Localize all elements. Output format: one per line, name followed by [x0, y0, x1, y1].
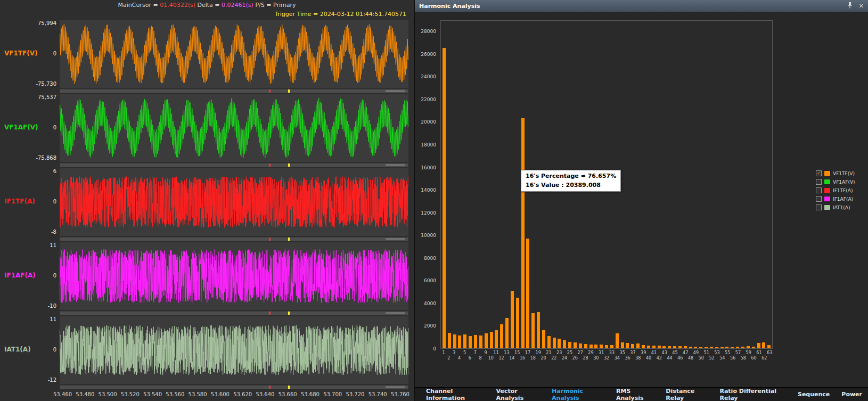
harmonic-bar[interactable]	[547, 336, 551, 348]
harmonic-bar[interactable]	[767, 345, 771, 348]
scrollbar-thumb[interactable]	[386, 238, 405, 240]
harmonic-bar[interactable]	[642, 345, 645, 348]
channel-scrollbar[interactable]	[60, 311, 408, 315]
harmonic-bar[interactable]	[458, 335, 461, 348]
harmonic-bar[interactable]	[579, 343, 582, 348]
legend-checkbox[interactable]	[816, 196, 822, 202]
harmonic-bar[interactable]	[563, 340, 566, 348]
harmonic-bar[interactable]	[705, 347, 708, 348]
harmonic-bar[interactable]	[542, 330, 545, 348]
harmonic-bar[interactable]	[490, 332, 493, 348]
tab-vector-analysis[interactable]: Vector Analysis	[490, 388, 546, 401]
panel-titlebar[interactable]: Harmonic Analysis ✕	[415, 0, 868, 12]
tab-distance-relay[interactable]: Distance Relay	[660, 388, 714, 401]
tab-harmonic-analysis[interactable]: Harmonic Analysis	[546, 388, 610, 401]
harmonic-bar[interactable]	[636, 343, 640, 348]
harmonic-bar[interactable]	[762, 342, 765, 348]
harmonic-bar[interactable]	[731, 347, 734, 348]
tab-channel-information[interactable]: Channel Information	[420, 388, 490, 401]
harmonic-bar[interactable]	[568, 342, 571, 348]
harmonic-bar[interactable]	[647, 346, 650, 349]
channel-scrollbar[interactable]	[60, 385, 408, 389]
legend-checkbox[interactable]	[816, 179, 822, 185]
cursor-marker-yellow[interactable]	[288, 163, 290, 167]
harmonic-bar[interactable]	[631, 344, 634, 348]
harmonic-bar[interactable]	[474, 335, 477, 348]
legend-checkbox[interactable]	[816, 187, 822, 193]
tab-rms-analysis[interactable]: RMS Analysis	[610, 388, 660, 401]
waveform-plot[interactable]	[60, 20, 408, 88]
harmonic-bar[interactable]	[500, 324, 503, 348]
harmonic-bar[interactable]	[736, 347, 739, 348]
harmonic-bar[interactable]	[616, 333, 619, 348]
harmonic-bar[interactable]	[479, 335, 482, 348]
harmonic-bar[interactable]	[699, 347, 702, 348]
harmonic-bar[interactable]	[747, 346, 750, 348]
tab-power[interactable]: Power	[836, 391, 868, 398]
harmonic-bar[interactable]	[741, 347, 744, 348]
waveform-plot[interactable]	[60, 168, 408, 236]
harmonic-bar[interactable]	[684, 346, 687, 348]
legend-checkbox[interactable]	[816, 204, 822, 210]
harmonic-bar[interactable]	[668, 346, 671, 348]
channel-scrollbar[interactable]	[60, 163, 408, 167]
cursor-marker-yellow[interactable]	[288, 312, 290, 315]
channel-scrollbar[interactable]	[60, 237, 408, 241]
tab-sequence[interactable]: Sequence	[792, 391, 836, 398]
harmonic-bar[interactable]	[694, 347, 697, 348]
harmonic-bar[interactable]	[689, 347, 692, 348]
waveform-plot[interactable]	[60, 242, 408, 310]
tab-ratio-differential-relay[interactable]: Ratio Differential Relay	[714, 388, 792, 401]
legend-checkbox[interactable]: ✓	[816, 170, 822, 176]
harmonic-bar[interactable]	[521, 118, 525, 348]
harmonic-chart[interactable]: 16's Percentage = 76.657% 16's Value : 2…	[440, 20, 773, 349]
harmonic-bar[interactable]	[553, 338, 556, 348]
cursor-marker-yellow[interactable]	[288, 386, 290, 389]
harmonic-bar[interactable]	[678, 346, 682, 348]
cursor-marker-red[interactable]	[269, 386, 271, 389]
harmonic-bar[interactable]	[720, 347, 724, 348]
harmonic-bar[interactable]	[658, 346, 661, 348]
harmonic-bar[interactable]	[725, 347, 728, 348]
channel-scrollbar[interactable]	[60, 89, 408, 93]
cursor-marker-red[interactable]	[269, 89, 271, 93]
pin-icon[interactable]	[847, 2, 853, 10]
close-icon[interactable]: ✕	[859, 3, 864, 9]
harmonic-bar[interactable]	[495, 330, 498, 348]
waveform-plot[interactable]	[60, 316, 408, 384]
harmonic-bar[interactable]	[605, 345, 608, 348]
cursor-marker-yellow[interactable]	[288, 89, 290, 93]
harmonic-bar[interactable]	[589, 345, 593, 348]
harmonic-bar[interactable]	[652, 346, 656, 348]
cursor-marker-red[interactable]	[269, 238, 271, 241]
harmonic-bar[interactable]	[626, 343, 629, 348]
harmonic-bar[interactable]	[526, 239, 529, 348]
harmonic-bar[interactable]	[537, 312, 540, 348]
harmonic-bar[interactable]	[715, 347, 718, 348]
harmonic-bar[interactable]	[463, 334, 466, 349]
harmonic-bar[interactable]	[469, 336, 472, 348]
harmonic-bar[interactable]	[752, 347, 755, 348]
harmonic-bar[interactable]	[443, 48, 446, 348]
harmonic-bar[interactable]	[673, 346, 676, 348]
harmonic-bar[interactable]	[710, 347, 713, 348]
harmonic-bar[interactable]	[558, 339, 561, 348]
scrollbar-thumb[interactable]	[386, 312, 405, 314]
cursor-marker-red[interactable]	[269, 163, 271, 167]
scrollbar-thumb[interactable]	[386, 386, 405, 388]
harmonic-bar[interactable]	[662, 346, 666, 348]
harmonic-bar[interactable]	[574, 342, 577, 348]
harmonic-bar[interactable]	[531, 313, 535, 348]
harmonic-bar[interactable]	[594, 345, 597, 348]
harmonic-bar[interactable]	[600, 345, 603, 348]
harmonic-bar[interactable]	[485, 333, 488, 348]
scrollbar-thumb[interactable]	[386, 164, 405, 166]
cursor-marker-red[interactable]	[269, 312, 271, 315]
harmonic-bar[interactable]	[516, 298, 519, 348]
waveform-plot[interactable]	[60, 94, 408, 162]
harmonic-bar[interactable]	[610, 345, 613, 348]
harmonic-bar[interactable]	[757, 343, 760, 348]
harmonic-bar[interactable]	[453, 334, 456, 349]
scrollbar-thumb[interactable]	[386, 90, 405, 92]
harmonic-bar[interactable]	[511, 291, 514, 348]
